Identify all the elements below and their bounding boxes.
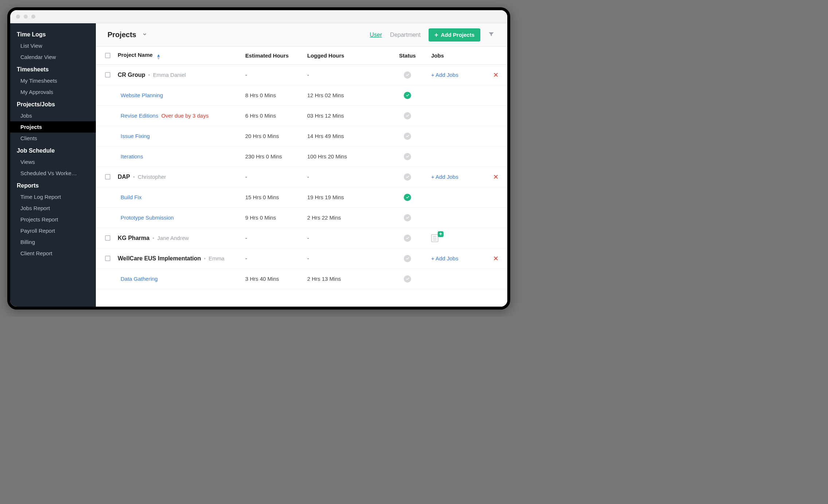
minimize-dot[interactable] [24,15,28,19]
tab-user[interactable]: User [370,32,382,38]
col-logged-hours[interactable]: Logged Hours [307,52,384,59]
status-icon [404,275,411,283]
delete-icon[interactable]: ✕ [493,255,499,263]
nav-item[interactable]: Payroll Report [10,225,96,236]
logged-hours: 19 Hrs 19 Mins [307,194,384,200]
nav-item[interactable]: Scheduled Vs Worke… [10,168,96,179]
status-icon [404,112,411,119]
project-name[interactable]: CR Group [118,72,145,78]
jobs-cell: + Add Jobs✕ [431,173,499,181]
job-name-link[interactable]: Website Planning [118,92,163,98]
estimated-hours: 3 Hrs 40 Mins [245,276,307,282]
nav-item[interactable]: Views [10,156,96,168]
logged-hours: 100 Hrs 20 Mins [307,153,384,160]
nav-item[interactable]: Jobs Report [10,202,96,214]
estimated-hours: - [245,72,307,78]
job-row: Prototype Submission9 Hrs 0 Mins2 Hrs 22… [96,208,507,228]
col-status[interactable]: Status [384,52,431,59]
nav-section-title[interactable]: Time Logs [10,28,96,40]
jobs-cell: + [431,234,499,242]
logged-hours: - [307,72,384,78]
nav-item[interactable]: Jobs [10,110,96,121]
estimated-hours: 20 Hrs 0 Mins [245,133,307,139]
estimated-hours: - [245,174,307,180]
row-checkbox[interactable] [105,72,110,78]
logged-hours: 14 Hrs 49 Mins [307,133,384,139]
status-icon [404,133,411,140]
job-name-link[interactable]: Prototype Submission [118,214,174,221]
add-jobs-link[interactable]: + Add Jobs [431,174,458,180]
close-dot[interactable] [16,15,20,19]
add-projects-button[interactable]: + Add Projects [429,28,480,42]
job-name-link[interactable]: Data Gathering [118,276,158,282]
project-owner: Emma [208,255,224,261]
add-jobs-link[interactable]: + Add Jobs [431,255,458,261]
estimated-hours: - [245,255,307,261]
logged-hours: - [307,255,384,261]
estimated-hours: 15 Hrs 0 Mins [245,194,307,200]
nav-item[interactable]: Projects Report [10,214,96,225]
job-row: Data Gathering3 Hrs 40 Mins2 Hrs 13 Mins [96,269,507,289]
logged-hours: 2 Hrs 13 Mins [307,276,384,282]
row-checkbox[interactable] [105,235,110,241]
job-row: Issue Fixing20 Hrs 0 Mins14 Hrs 49 Mins [96,126,507,146]
row-checkbox[interactable] [105,256,110,261]
job-name-link[interactable]: Build Fix [118,194,142,200]
nav-item[interactable]: List View [10,40,96,51]
logged-hours: - [307,235,384,241]
overdue-label: Over due by 3 days [161,113,208,119]
nav-item[interactable]: Client Report [10,248,96,259]
project-name[interactable]: WellCare EUS Implementation [118,255,201,261]
zoom-dot[interactable] [31,15,35,19]
job-name-link[interactable]: Iterations [118,153,143,160]
col-jobs[interactable]: Jobs [431,52,499,59]
jobs-badge-icon[interactable]: + [431,234,442,242]
nav-section-title[interactable]: Timesheets [10,63,96,75]
nav-section-title[interactable]: Projects/Jobs [10,98,96,110]
delete-icon[interactable]: ✕ [493,173,499,181]
nav-section-title[interactable]: Reports [10,179,96,191]
tab-department[interactable]: Department [390,32,421,38]
status-icon [404,194,411,201]
nav-section-title[interactable]: Job Schedule [10,144,96,156]
row-checkbox[interactable] [105,174,110,180]
sort-icon: ▲▼ [156,54,161,60]
job-row: Iterations230 Hrs 0 Mins100 Hrs 20 Mins [96,146,507,167]
page-header: Projects User Department + Add Projects [96,23,507,47]
project-row: WellCare EUS Implementation•Emma--+ Add … [96,248,507,269]
job-name-link[interactable]: Issue Fixing [118,133,150,139]
delete-icon[interactable]: ✕ [493,71,499,79]
filter-icon[interactable] [484,31,499,39]
status-icon [404,235,411,242]
main-pane: Projects User Department + Add Projects [96,23,507,307]
status-icon [404,71,411,79]
project-name[interactable]: DAP [118,174,130,180]
add-jobs-link[interactable]: + Add Jobs [431,72,458,78]
table-body: CR Group•Emma Daniel--+ Add Jobs✕Website… [96,65,507,307]
job-name-link[interactable]: Revise Editions [118,113,158,119]
estimated-hours: 6 Hrs 0 Mins [245,113,307,119]
window-frame: Time LogsList ViewCalendar ViewTimesheet… [7,7,510,310]
col-project-name[interactable]: Project Name ▲▼ [118,52,245,60]
col-estimated-hours[interactable]: Estimated Hours [245,52,307,59]
project-row: CR Group•Emma Daniel--+ Add Jobs✕ [96,65,507,85]
nav-item[interactable]: Time Log Report [10,191,96,202]
nav-item[interactable]: Billing [10,236,96,248]
nav-item[interactable]: My Timesheets [10,75,96,86]
logged-hours: 12 Hrs 02 Mins [307,92,384,98]
job-row: Build Fix15 Hrs 0 Mins19 Hrs 19 Mins [96,187,507,208]
nav-item[interactable]: Clients [10,133,96,144]
project-name[interactable]: KG Pharma [118,235,149,241]
status-icon [404,153,411,160]
logged-hours: - [307,174,384,180]
status-icon [404,255,411,262]
status-icon [404,214,411,221]
chevron-down-icon[interactable] [142,32,147,38]
job-row: Revise EditionsOver due by 3 days6 Hrs 0… [96,106,507,126]
nav-item[interactable]: My Approvals [10,86,96,98]
nav-item[interactable]: Calendar View [10,51,96,63]
page-title: Projects [108,31,136,39]
select-all-checkbox[interactable] [105,53,110,58]
nav-item[interactable]: Projects [10,121,96,133]
jobs-cell: + Add Jobs✕ [431,255,499,263]
